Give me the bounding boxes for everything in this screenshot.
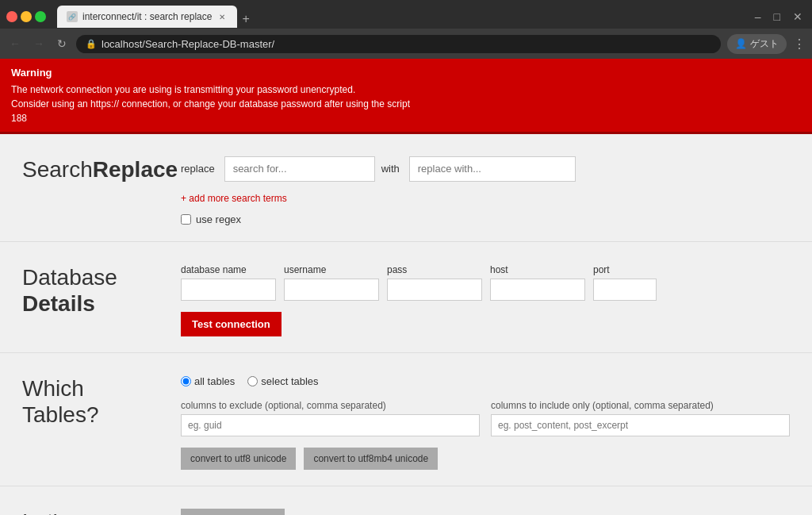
db-port-group: port	[593, 264, 657, 301]
search-replace-title: SearchReplace	[22, 156, 181, 225]
exclude-columns-group: columns to exclude (optional, comma sepa…	[181, 400, 480, 436]
forward-button[interactable]: →	[30, 36, 48, 52]
db-port-input[interactable]	[593, 279, 657, 301]
close-window-icon	[6, 11, 17, 22]
maximize-window-icon	[35, 11, 46, 22]
warning-line3: 188	[11, 111, 801, 125]
warning-banner: Warning The network connection you are u…	[0, 59, 812, 134]
tables-title: Which Tables?	[22, 375, 181, 470]
database-title-normal: Database	[22, 265, 117, 290]
test-connection-button[interactable]: Test connection	[181, 312, 282, 336]
browser-chrome: 🔗 interconnect/it : search replace ✕ + –…	[0, 0, 812, 29]
db-fields-row: database name username pass host port	[181, 264, 790, 301]
include-columns-group: columns to include only (optional, comma…	[491, 400, 790, 436]
new-tab-button[interactable]: +	[237, 12, 254, 26]
safe-test-button[interactable]: Do a safe test run	[181, 509, 285, 516]
db-username-input[interactable]	[284, 279, 379, 301]
tables-body: all tables select tables columns to excl…	[181, 375, 790, 470]
use-regex-text: use regex	[196, 213, 241, 225]
convert-utf8-button[interactable]: convert to utf8 unicode	[181, 448, 296, 470]
db-name-group: database name	[181, 264, 276, 301]
convert-utf8mb4-button[interactable]: convert to utf8mb4 unicode	[304, 448, 438, 470]
database-title-bold: Details	[22, 291, 95, 316]
add-more-link[interactable]: + add more search terms	[181, 193, 790, 204]
warning-title: Warning	[11, 65, 801, 81]
search-replace-section: SearchReplace replace with + add more se…	[0, 134, 812, 242]
database-body: database name username pass host port	[181, 264, 790, 336]
warning-line1: The network connection you are using is …	[11, 83, 801, 97]
url-bar[interactable]: 🔒 localhost/Search-Replace-DB-master/	[76, 35, 721, 53]
guest-button[interactable]: 👤 ゲスト	[727, 34, 787, 54]
lets-go-body: Do a safe test run	[181, 509, 790, 516]
select-tables-text: select tables	[261, 375, 318, 387]
db-host-input[interactable]	[490, 279, 585, 301]
exclude-columns-label: columns to exclude (optional, comma sepa…	[181, 400, 480, 411]
window-controls: – □ ✕	[752, 10, 806, 23]
search-replace-body: replace with + add more search terms use…	[181, 156, 790, 225]
replace-label: replace	[181, 163, 215, 175]
page-content: SearchReplace replace with + add more se…	[0, 134, 812, 516]
columns-row: columns to exclude (optional, comma sepa…	[181, 400, 790, 436]
db-username-group: username	[284, 264, 379, 301]
reload-button[interactable]: ↻	[54, 36, 70, 52]
tab-bar: 🔗 interconnect/it : search replace ✕ +	[57, 6, 747, 28]
db-pass-label: pass	[387, 264, 482, 275]
convert-row: convert to utf8 unicode convert to utf8m…	[181, 448, 790, 470]
search-title-normal: Search	[22, 157, 93, 182]
close-button[interactable]: ✕	[790, 10, 806, 23]
tables-title-text: Which Tables?	[22, 376, 99, 428]
replace-input[interactable]	[409, 156, 576, 182]
database-title: DatabaseDetails	[22, 264, 181, 336]
db-pass-input[interactable]	[387, 279, 482, 301]
active-tab[interactable]: 🔗 interconnect/it : search replace ✕	[57, 6, 237, 28]
minimize-button[interactable]: –	[752, 10, 764, 23]
include-columns-input[interactable]	[491, 414, 790, 436]
db-name-input[interactable]	[181, 279, 276, 301]
db-pass-group: pass	[387, 264, 482, 301]
lets-go-title: Let's go	[22, 509, 181, 516]
lets-go-title-text: Let's go	[22, 509, 99, 516]
all-tables-radio-label[interactable]: all tables	[181, 375, 235, 387]
lets-go-section: Let's go Do a safe test run	[0, 486, 812, 516]
lock-icon: 🔒	[86, 39, 97, 49]
address-bar: ← → ↻ 🔒 localhost/Search-Replace-DB-mast…	[0, 29, 812, 59]
db-name-label: database name	[181, 264, 276, 275]
tables-radio-row: all tables select tables	[181, 375, 790, 387]
include-columns-label: columns to include only (optional, comma…	[491, 400, 790, 411]
all-tables-text: all tables	[194, 375, 235, 387]
guest-icon: 👤	[735, 38, 747, 49]
database-section: DatabaseDetails database name username p…	[0, 242, 812, 353]
search-replace-row: replace with	[181, 156, 790, 182]
restore-button[interactable]: □	[771, 10, 783, 23]
with-label: with	[381, 163, 400, 175]
more-options-button[interactable]: ⋮	[793, 37, 806, 52]
window-buttons	[6, 11, 46, 22]
all-tables-radio[interactable]	[181, 376, 191, 386]
guest-label: ゲスト	[750, 37, 779, 51]
db-host-label: host	[490, 264, 585, 275]
use-regex-label[interactable]: use regex	[181, 213, 790, 225]
minimize-window-icon	[21, 11, 32, 22]
search-input[interactable]	[224, 156, 375, 182]
tab-favicon: 🔗	[67, 11, 78, 22]
tab-close-button[interactable]: ✕	[216, 11, 228, 22]
url-text: localhost/Search-Replace-DB-master/	[102, 38, 274, 50]
warning-line2: Consider using an https:// connection, o…	[11, 97, 801, 111]
db-host-group: host	[490, 264, 585, 301]
select-tables-radio-label[interactable]: select tables	[247, 375, 318, 387]
use-regex-checkbox[interactable]	[181, 214, 191, 225]
db-port-label: port	[593, 264, 657, 275]
exclude-columns-input[interactable]	[181, 414, 480, 436]
search-title-bold: Replace	[93, 157, 178, 182]
back-button[interactable]: ←	[6, 36, 24, 52]
tables-section: Which Tables? all tables select tables c…	[0, 353, 812, 486]
select-tables-radio[interactable]	[247, 376, 258, 386]
db-username-label: username	[284, 264, 379, 275]
tab-title: interconnect/it : search replace	[82, 11, 212, 22]
